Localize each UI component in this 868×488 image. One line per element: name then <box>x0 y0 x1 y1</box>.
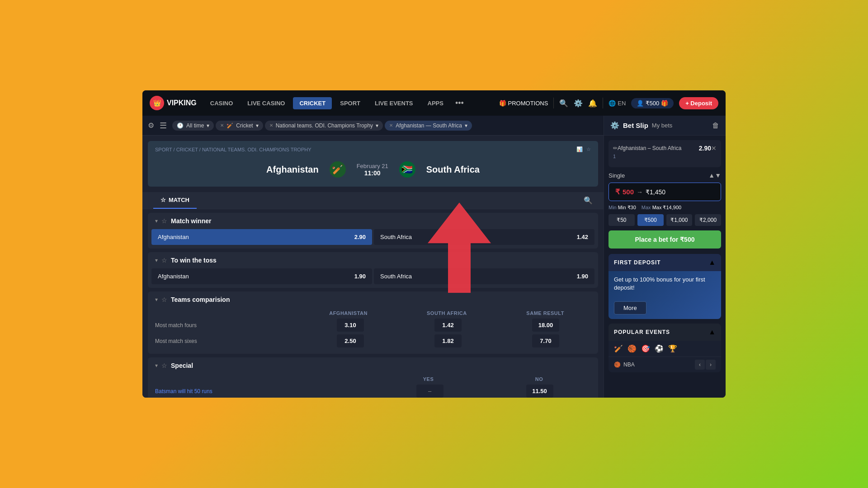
spec-row-1: Batsman will hit 50 runs – 11.50 <box>151 385 594 398</box>
nav-sport[interactable]: SPORT <box>334 97 367 109</box>
football-icon[interactable]: ⚽ <box>655 344 664 353</box>
trash-icon[interactable]: 🗑 <box>712 122 719 130</box>
fav-star3[interactable]: ☆ <box>161 296 167 303</box>
tab-close2[interactable]: ✕ <box>269 123 273 128</box>
match-search-icon[interactable]: 🔍 <box>584 196 593 205</box>
nav-more-dots[interactable]: ••• <box>452 99 467 108</box>
section-header-match-winner[interactable]: ▾ ☆ Match winner <box>148 213 598 229</box>
top-nav: 👑 VIPKING CASINO LIVE CASINO CRICKET SPO… <box>142 90 726 116</box>
more-button[interactable]: More <box>614 301 646 314</box>
first-dep-body: Get up to 100% bonus for your first depo… <box>609 271 721 319</box>
stats-icon[interactable]: 📊 <box>576 146 583 152</box>
promotions-link[interactable]: 🎁 PROMOTIONS <box>499 100 548 107</box>
quick-50[interactable]: ₹50 <box>609 214 635 226</box>
comp-row1-label: Most match fours <box>151 322 302 328</box>
tab-bar: ⚙ ☰ 🕐 All time ▾ ✕ 🏏 Cricket ▾ ✕ <box>142 116 604 136</box>
section-header-comparison[interactable]: ▾ ☆ Teams comparision <box>148 291 598 308</box>
tab-match-label[interactable]: ☆ MATCH <box>153 192 197 209</box>
fav-star4[interactable]: ☆ <box>161 362 167 369</box>
comp-odds-btn3[interactable]: 18.00 <box>532 319 559 332</box>
tab-close3[interactable]: ✕ <box>389 123 393 128</box>
odds-team1[interactable]: Afghanistan 2.90 <box>151 229 372 245</box>
tab-match[interactable]: ✕ Afghanistan — South Africa ▾ <box>385 121 472 131</box>
section-header-toss[interactable]: ▾ ☆ To win the toss <box>148 252 598 268</box>
nav-casino[interactable]: CASINO <box>204 97 240 109</box>
spec-header-row: YES NO <box>151 374 594 385</box>
trophy-icon[interactable]: 🏆 <box>668 344 677 353</box>
bet-type-row: Single ▲▼ <box>609 172 721 179</box>
tab-cricket[interactable]: ✕ 🏏 Cricket ▾ <box>216 121 263 131</box>
match-header: SPORT / CRICKET / NATIONAL TEAMS. ODI. C… <box>148 141 598 187</box>
next-arrow[interactable]: › <box>706 360 716 370</box>
quick-amounts: ₹50 ₹500 ₹1,000 ₹2,000 <box>609 214 721 226</box>
arrow-separator: → <box>637 188 643 196</box>
bet-slip-header: ⚙️ Bet Slip My bets 🗑 <box>604 116 726 136</box>
search-icon[interactable]: 🔍 <box>559 99 568 108</box>
bet-item-header: ✏ Afghanistan – South Africa 2.90 ✕ <box>613 145 717 152</box>
nav-apps[interactable]: APPS <box>421 97 450 109</box>
section-header-special[interactable]: ▾ ☆ Special <box>148 357 598 374</box>
quick-500[interactable]: ₹500 <box>637 214 664 226</box>
chevron-icon: ▾ <box>155 218 158 224</box>
comp-odds-btn[interactable]: 3.10 <box>337 319 364 332</box>
comp-row2-label: Most match sixes <box>151 338 302 344</box>
right-panel: ⚙️ Bet Slip My bets 🗑 ✏ Afghanistan – So… <box>604 116 726 398</box>
deposit-button[interactable]: + Deposit <box>679 97 718 109</box>
spec-row1-label: Batsman will hit 50 runs <box>151 388 375 394</box>
comp-odds-btn5[interactable]: 1.82 <box>434 334 462 347</box>
my-bets-link[interactable]: My bets <box>652 122 673 129</box>
tab-all-time[interactable]: 🕐 All time ▾ <box>172 121 214 131</box>
collapse-icon[interactable]: ▲ <box>708 258 716 267</box>
cricket-sport-icon[interactable]: 🏏 <box>614 344 623 353</box>
bet-type-arrows[interactable]: ▲▼ <box>708 172 721 179</box>
odds-team2[interactable]: South Africa 1.42 <box>374 229 594 245</box>
bell-icon[interactable]: 🔔 <box>588 99 597 108</box>
comp-odds-btn4[interactable]: 2.50 <box>337 334 364 347</box>
fav-star[interactable]: ☆ <box>161 217 167 225</box>
section-toss: ▾ ☆ To win the toss Afghanistan 1.90 Sou… <box>148 252 598 288</box>
quick-2000[interactable]: ₹2,000 <box>695 214 721 226</box>
bet-type-label: Single <box>609 172 625 179</box>
settings-icon[interactable]: ⚙️ <box>574 99 583 108</box>
comp-odds-btn6[interactable]: 7.70 <box>532 334 559 347</box>
prev-arrow[interactable]: ‹ <box>695 360 705 370</box>
list-icon[interactable]: ☰ <box>160 121 167 131</box>
currency-symbol: ₹ <box>615 188 620 196</box>
bet-selection: 1 <box>613 154 717 159</box>
tab-close[interactable]: ✕ <box>220 123 224 128</box>
nba-label: 🏀 NBA <box>614 361 635 368</box>
comp-cell-1-3: 18.00 <box>497 319 594 332</box>
nav-live-casino[interactable]: LIVE CASINO <box>241 97 291 109</box>
spec-odds-btn[interactable]: 11.50 <box>526 385 553 398</box>
tab-national-teams[interactable]: ✕ National teams. ODI. Champions Trophy … <box>265 121 383 131</box>
quick-1000[interactable]: ₹1,000 <box>666 214 693 226</box>
star-icon[interactable]: ☆ <box>586 146 591 152</box>
balance-display[interactable]: 👤 ₹500 🎁 <box>631 98 674 108</box>
pop-collapse-icon[interactable]: ▲ <box>708 328 716 336</box>
nav-live-events[interactable]: LIVE EVENTS <box>368 97 420 109</box>
comp-cell-1-1: 3.10 <box>302 319 399 332</box>
bet-amount-input[interactable]: ₹ 500 → ₹1,450 <box>609 183 721 201</box>
basketball-icon[interactable]: 🏀 <box>627 344 637 353</box>
bet-close-icon[interactable]: ✕ <box>711 145 717 152</box>
amount-value[interactable]: 500 <box>623 188 634 196</box>
toss-team1[interactable]: Afghanistan 1.90 <box>151 268 372 284</box>
first-deposit-banner: FIRST DEPOSIT ▲ Get up to 100% bonus for… <box>609 254 721 319</box>
toss-team2[interactable]: South Africa 1.90 <box>374 268 594 284</box>
logo[interactable]: 👑 VIPKING <box>150 96 197 110</box>
section-title-comparison: Teams comparision <box>171 296 230 303</box>
edit-icon[interactable]: ✏ <box>613 145 618 151</box>
filter-icon[interactable]: ⚙ <box>148 121 154 130</box>
comp-row-2: Most match sixes 2.50 1.82 7.70 <box>151 334 594 347</box>
place-bet-button[interactable]: Place a bet for ₹500 <box>609 230 721 249</box>
language-selector[interactable]: 🌐 EN <box>609 100 626 107</box>
target-icon[interactable]: 🎯 <box>641 344 650 353</box>
settings-icon2: ⚙️ <box>610 121 619 130</box>
section-title: Match winner <box>171 217 211 225</box>
fav-star2[interactable]: ☆ <box>161 257 167 264</box>
main-panel: ⚙ ☰ 🕐 All time ▾ ✕ 🏏 Cricket ▾ ✕ <box>142 116 604 398</box>
comp-odds-btn2[interactable]: 1.42 <box>434 319 462 332</box>
nav-cricket[interactable]: CRICKET <box>293 97 332 109</box>
nba-row: 🏀 NBA ‹ › <box>609 357 721 372</box>
tab-chevron3: ▾ <box>376 122 378 129</box>
